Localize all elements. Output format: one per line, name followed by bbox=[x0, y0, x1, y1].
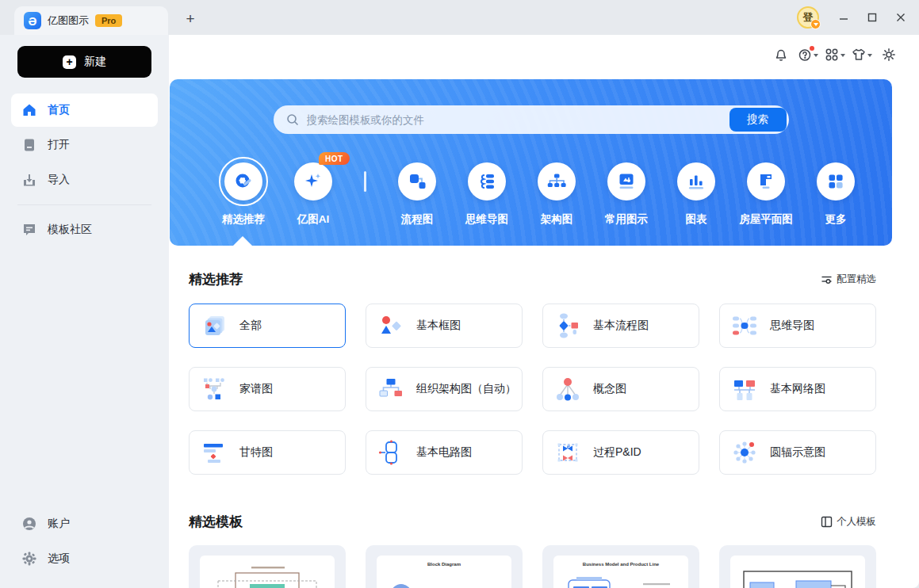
notification-button[interactable] bbox=[770, 43, 792, 67]
card-label: 组织架构图（自动） bbox=[416, 382, 516, 396]
search-button[interactable]: 搜索 bbox=[729, 108, 787, 132]
family-tree-icon bbox=[200, 375, 228, 403]
sidebar-item-import[interactable]: 导入 bbox=[11, 163, 158, 197]
card-label: 基本流程图 bbox=[593, 319, 649, 333]
orgchart-auto-icon bbox=[377, 375, 405, 403]
card-basic-flowchart[interactable]: 基本流程图 bbox=[542, 304, 699, 348]
sidebar-item-account[interactable]: 账户 bbox=[11, 507, 158, 540]
sidebar-item-label: 首页 bbox=[48, 103, 70, 117]
category-edraw-ai[interactable]: HOT 亿图AI bbox=[294, 162, 332, 227]
category-flowchart[interactable]: 流程图 bbox=[398, 162, 436, 227]
sidebar-item-label: 导入 bbox=[48, 173, 70, 187]
personal-templates-link[interactable]: 个人模板 bbox=[821, 515, 876, 529]
plus-icon: + bbox=[63, 55, 76, 69]
card-basic-circuit[interactable]: 基本电路图 bbox=[366, 430, 523, 475]
home-icon bbox=[22, 103, 36, 117]
import-icon bbox=[22, 173, 36, 187]
category-label: 房屋平面图 bbox=[739, 212, 793, 227]
help-button[interactable] bbox=[797, 43, 819, 67]
card-family-tree[interactable]: 家谱图 bbox=[189, 367, 346, 411]
sidebar-item-label: 账户 bbox=[48, 517, 70, 531]
template-thumbnail[interactable]: Block Diagram bbox=[366, 545, 523, 588]
hero-banner: 搜索 精选推荐 HOT bbox=[170, 79, 892, 246]
notification-dot bbox=[810, 46, 814, 51]
category-common-diagrams[interactable]: 常用图示 bbox=[607, 162, 645, 227]
sidebar-item-open[interactable]: 打开 bbox=[11, 128, 158, 162]
apps-button[interactable] bbox=[824, 43, 846, 67]
configure-featured-link[interactable]: 配置精选 bbox=[821, 273, 876, 286]
gantt-icon bbox=[200, 438, 228, 467]
sidebar-item-home[interactable]: 首页 bbox=[11, 94, 158, 127]
main-content: 搜索 精选推荐 HOT bbox=[169, 35, 919, 588]
card-orgchart-auto[interactable]: 组织架构图（自动） bbox=[366, 367, 523, 411]
create-new-label: 新建 bbox=[84, 55, 106, 69]
template-thumbnail[interactable]: Business Model and Product Line ✈ ✈ bbox=[542, 545, 699, 588]
card-mindmap[interactable]: 思维导图 bbox=[719, 304, 876, 348]
category-label: 亿图AI bbox=[297, 212, 330, 227]
theme-button[interactable] bbox=[851, 43, 873, 67]
featured-badge-icon bbox=[233, 171, 254, 192]
close-button[interactable] bbox=[889, 6, 913, 29]
bar-chart-icon bbox=[686, 171, 706, 192]
sidebar-item-label: 选项 bbox=[48, 552, 70, 566]
mindmap-icon bbox=[477, 171, 497, 192]
new-tab-button[interactable]: + bbox=[181, 10, 200, 29]
minimize-button[interactable] bbox=[832, 6, 856, 29]
search-input[interactable] bbox=[299, 114, 729, 126]
sidebar-item-template-community[interactable]: 模板社区 bbox=[11, 213, 158, 246]
close-icon bbox=[896, 13, 906, 22]
search-bar[interactable]: 搜索 bbox=[274, 105, 789, 134]
category-label: 精选推荐 bbox=[222, 212, 265, 227]
titlebar: Ə 亿图图示 Pro + 登 bbox=[0, 0, 919, 35]
card-gantt[interactable]: 甘特图 bbox=[189, 430, 346, 475]
card-all[interactable]: 全部 bbox=[189, 304, 346, 348]
selected-category-notch bbox=[233, 236, 252, 246]
gear-icon bbox=[882, 48, 896, 62]
sidebar-item-options[interactable]: 选项 bbox=[11, 542, 158, 575]
sidebar-item-label: 模板社区 bbox=[48, 223, 92, 237]
configure-icon bbox=[821, 273, 833, 285]
category-more[interactable]: 更多 bbox=[817, 162, 855, 227]
app-logo-icon: Ə bbox=[24, 12, 41, 29]
card-basic-diagram[interactable]: 基本框图 bbox=[366, 304, 523, 348]
card-radial-diagram[interactable]: 圆辐示意图 bbox=[719, 430, 876, 475]
basic-diagram-icon bbox=[377, 311, 405, 340]
template-preview bbox=[200, 556, 335, 588]
ai-sparkle-icon bbox=[302, 170, 324, 193]
template-diagram bbox=[204, 562, 331, 588]
category-featured[interactable]: 精选推荐 bbox=[224, 162, 262, 227]
category-floor-plan[interactable]: 房屋平面图 bbox=[747, 162, 785, 227]
bell-icon bbox=[774, 48, 788, 62]
maximize-button[interactable] bbox=[860, 6, 884, 29]
category-mindmap[interactable]: 思维导图 bbox=[468, 162, 506, 227]
flowchart-icon bbox=[407, 171, 427, 192]
document-icon bbox=[22, 138, 36, 152]
app-tab[interactable]: Ə 亿图图示 Pro bbox=[14, 6, 168, 35]
card-label: 家谱图 bbox=[239, 382, 273, 396]
template-diagram: ✈ ✈ bbox=[557, 569, 684, 588]
category-architecture[interactable]: 架构图 bbox=[538, 162, 576, 227]
template-thumbnail[interactable] bbox=[719, 545, 876, 588]
card-basic-network[interactable]: 基本网络图 bbox=[719, 367, 876, 411]
user-avatar[interactable]: 登 bbox=[797, 6, 819, 29]
card-label: 思维导图 bbox=[770, 319, 814, 333]
category-charts[interactable]: 图表 bbox=[677, 162, 715, 227]
category-label: 图表 bbox=[686, 212, 707, 227]
sidebar: + 新建 首页 打开 导入 bbox=[0, 35, 169, 588]
template-thumbnail[interactable] bbox=[189, 545, 346, 588]
card-concept-map[interactable]: 概念图 bbox=[542, 367, 699, 411]
mindmap-card-icon bbox=[730, 311, 759, 340]
radial-diagram-icon bbox=[730, 438, 759, 467]
card-process-pid[interactable]: 过程P&ID bbox=[542, 430, 699, 475]
process-pid-icon bbox=[553, 438, 582, 467]
card-label: 基本网络图 bbox=[770, 382, 825, 396]
template-preview: Business Model and Product Line ✈ ✈ bbox=[553, 556, 688, 588]
configure-featured-label: 配置精选 bbox=[837, 273, 876, 286]
pro-badge: Pro bbox=[95, 14, 122, 27]
apps-grid-icon bbox=[825, 48, 839, 62]
minimize-icon bbox=[839, 13, 848, 22]
settings-button[interactable] bbox=[878, 43, 900, 67]
maximize-icon bbox=[867, 13, 877, 22]
vip-badge-icon bbox=[810, 19, 821, 29]
create-new-button[interactable]: + 新建 bbox=[17, 46, 151, 78]
